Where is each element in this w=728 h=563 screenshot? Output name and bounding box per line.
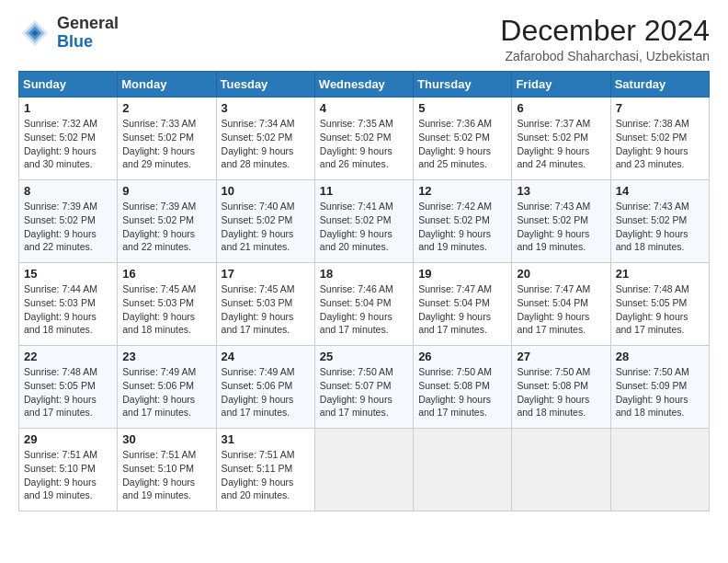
sunrise-text: Sunrise: 7:41 AM — [320, 201, 393, 212]
day-number: 12 — [418, 184, 506, 198]
sunset-text: Sunset: 5:11 PM — [222, 463, 293, 474]
day-info: Sunrise: 7:48 AM Sunset: 5:05 PM Dayligh… — [24, 365, 112, 419]
day-info: Sunrise: 7:50 AM Sunset: 5:08 PM Dayligh… — [418, 365, 506, 419]
calendar-week-4: 22 Sunrise: 7:48 AM Sunset: 5:05 PM Dayl… — [19, 346, 710, 429]
day-number: 27 — [517, 350, 605, 363]
sunrise-text: Sunrise: 7:50 AM — [616, 366, 689, 377]
sunset-text: Sunset: 5:02 PM — [24, 214, 96, 225]
sunrise-text: Sunrise: 7:46 AM — [320, 283, 393, 294]
calendar-cell: 17 Sunrise: 7:45 AM Sunset: 5:03 PM Dayl… — [216, 263, 314, 346]
sunset-text: Sunset: 5:03 PM — [122, 297, 194, 308]
sunset-text: Sunset: 5:05 PM — [24, 380, 96, 391]
daylight-text: Daylight: 9 hours and 26 minutes. — [320, 145, 392, 170]
calendar-cell: 2 Sunrise: 7:33 AM Sunset: 5:02 PM Dayli… — [118, 98, 216, 180]
day-number: 23 — [122, 350, 210, 363]
day-info: Sunrise: 7:46 AM Sunset: 5:04 PM Dayligh… — [320, 282, 408, 337]
calendar-cell: 29 Sunrise: 7:51 AM Sunset: 5:10 PM Dayl… — [19, 429, 118, 511]
day-info: Sunrise: 7:37 AM Sunset: 5:02 PM Dayligh… — [517, 117, 605, 171]
daylight-text: Daylight: 9 hours and 29 minutes. — [122, 145, 195, 170]
day-info: Sunrise: 7:34 AM Sunset: 5:02 PM Dayligh… — [222, 117, 310, 171]
day-info: Sunrise: 7:45 AM Sunset: 5:03 PM Dayligh… — [222, 282, 310, 337]
daylight-text: Daylight: 9 hours and 22 minutes. — [122, 228, 195, 253]
sunset-text: Sunset: 5:02 PM — [616, 214, 688, 225]
daylight-text: Daylight: 9 hours and 18 minutes. — [616, 228, 688, 253]
calendar-week-1: 1 Sunrise: 7:32 AM Sunset: 5:02 PM Dayli… — [19, 98, 710, 180]
logo: General Blue — [18, 15, 119, 52]
calendar-body: 1 Sunrise: 7:32 AM Sunset: 5:02 PM Dayli… — [19, 98, 710, 511]
day-number: 26 — [418, 350, 506, 363]
day-info: Sunrise: 7:40 AM Sunset: 5:02 PM Dayligh… — [222, 200, 310, 254]
logo-text: General Blue — [57, 15, 119, 52]
daylight-text: Daylight: 9 hours and 17 minutes. — [616, 311, 688, 336]
daylight-text: Daylight: 9 hours and 19 minutes. — [418, 228, 491, 253]
daylight-text: Daylight: 9 hours and 23 minutes. — [616, 145, 688, 170]
sunrise-text: Sunrise: 7:37 AM — [517, 118, 590, 129]
sunrise-text: Sunrise: 7:47 AM — [517, 283, 590, 294]
calendar-header: SundayMondayTuesdayWednesdayThursdayFrid… — [19, 72, 710, 98]
calendar-week-5: 29 Sunrise: 7:51 AM Sunset: 5:10 PM Dayl… — [19, 429, 710, 511]
day-info: Sunrise: 7:43 AM Sunset: 5:02 PM Dayligh… — [616, 200, 704, 254]
day-number: 11 — [320, 184, 408, 198]
column-header-sunday: Sunday — [19, 72, 118, 98]
calendar-cell: 24 Sunrise: 7:49 AM Sunset: 5:06 PM Dayl… — [216, 346, 314, 429]
title-block: December 2024 Zafarobod Shaharchasi, Uzb… — [500, 15, 710, 63]
day-number: 15 — [24, 267, 112, 281]
calendar-cell: 18 Sunrise: 7:46 AM Sunset: 5:04 PM Dayl… — [314, 263, 413, 346]
logo-icon — [18, 17, 51, 50]
daylight-text: Daylight: 9 hours and 20 minutes. — [222, 477, 294, 501]
sunset-text: Sunset: 5:09 PM — [616, 380, 688, 391]
sunrise-text: Sunrise: 7:50 AM — [517, 366, 590, 377]
daylight-text: Daylight: 9 hours and 18 minutes. — [122, 311, 195, 336]
sunset-text: Sunset: 5:03 PM — [24, 297, 96, 308]
calendar-cell: 23 Sunrise: 7:49 AM Sunset: 5:06 PM Dayl… — [118, 346, 216, 429]
calendar-cell — [610, 429, 709, 511]
calendar-cell: 13 Sunrise: 7:43 AM Sunset: 5:02 PM Dayl… — [512, 180, 610, 263]
calendar-cell: 3 Sunrise: 7:34 AM Sunset: 5:02 PM Dayli… — [216, 98, 314, 180]
calendar-cell: 14 Sunrise: 7:43 AM Sunset: 5:02 PM Dayl… — [610, 180, 709, 263]
column-header-wednesday: Wednesday — [314, 72, 413, 98]
sunset-text: Sunset: 5:02 PM — [24, 132, 96, 143]
sunset-text: Sunset: 5:02 PM — [418, 132, 490, 143]
calendar-cell: 1 Sunrise: 7:32 AM Sunset: 5:02 PM Dayli… — [19, 98, 118, 180]
sunrise-text: Sunrise: 7:51 AM — [122, 449, 196, 460]
calendar-cell: 4 Sunrise: 7:35 AM Sunset: 5:02 PM Dayli… — [314, 98, 413, 180]
daylight-text: Daylight: 9 hours and 17 minutes. — [418, 311, 491, 336]
page-header: General Blue December 2024 Zafarobod Sha… — [18, 15, 710, 63]
sunrise-text: Sunrise: 7:32 AM — [24, 118, 97, 129]
sunset-text: Sunset: 5:04 PM — [418, 297, 490, 308]
day-info: Sunrise: 7:39 AM Sunset: 5:02 PM Dayligh… — [122, 200, 210, 254]
calendar-cell: 31 Sunrise: 7:51 AM Sunset: 5:11 PM Dayl… — [216, 429, 314, 511]
location: Zafarobod Shaharchasi, Uzbekistan — [500, 49, 710, 63]
calendar-cell: 9 Sunrise: 7:39 AM Sunset: 5:02 PM Dayli… — [118, 180, 216, 263]
sunrise-text: Sunrise: 7:40 AM — [222, 201, 295, 212]
sunrise-text: Sunrise: 7:44 AM — [24, 283, 97, 294]
daylight-text: Daylight: 9 hours and 17 minutes. — [222, 394, 294, 419]
calendar-cell: 10 Sunrise: 7:40 AM Sunset: 5:02 PM Dayl… — [216, 180, 314, 263]
day-number: 29 — [24, 432, 112, 446]
sunset-text: Sunset: 5:10 PM — [24, 463, 96, 474]
day-number: 6 — [517, 101, 605, 115]
day-info: Sunrise: 7:48 AM Sunset: 5:05 PM Dayligh… — [616, 282, 704, 337]
day-info: Sunrise: 7:51 AM Sunset: 5:10 PM Dayligh… — [24, 448, 112, 502]
daylight-text: Daylight: 9 hours and 20 minutes. — [320, 228, 392, 253]
day-number: 4 — [320, 101, 408, 115]
sunrise-text: Sunrise: 7:45 AM — [222, 283, 295, 294]
calendar-cell: 26 Sunrise: 7:50 AM Sunset: 5:08 PM Dayl… — [414, 346, 512, 429]
sunset-text: Sunset: 5:02 PM — [320, 132, 392, 143]
sunset-text: Sunset: 5:04 PM — [320, 297, 392, 308]
daylight-text: Daylight: 9 hours and 17 minutes. — [222, 311, 294, 336]
day-number: 20 — [517, 267, 605, 281]
day-number: 24 — [222, 350, 310, 363]
day-info: Sunrise: 7:43 AM Sunset: 5:02 PM Dayligh… — [517, 200, 605, 254]
daylight-text: Daylight: 9 hours and 24 minutes. — [517, 145, 589, 170]
day-info: Sunrise: 7:36 AM Sunset: 5:02 PM Dayligh… — [418, 117, 506, 171]
day-number: 10 — [222, 184, 310, 198]
day-number: 5 — [418, 101, 506, 115]
daylight-text: Daylight: 9 hours and 19 minutes. — [24, 477, 97, 501]
calendar-cell: 19 Sunrise: 7:47 AM Sunset: 5:04 PM Dayl… — [414, 263, 512, 346]
sunset-text: Sunset: 5:06 PM — [122, 380, 194, 391]
daylight-text: Daylight: 9 hours and 18 minutes. — [517, 394, 589, 419]
sunset-text: Sunset: 5:06 PM — [222, 380, 293, 391]
day-number: 30 — [122, 432, 210, 446]
day-info: Sunrise: 7:42 AM Sunset: 5:02 PM Dayligh… — [418, 200, 506, 254]
